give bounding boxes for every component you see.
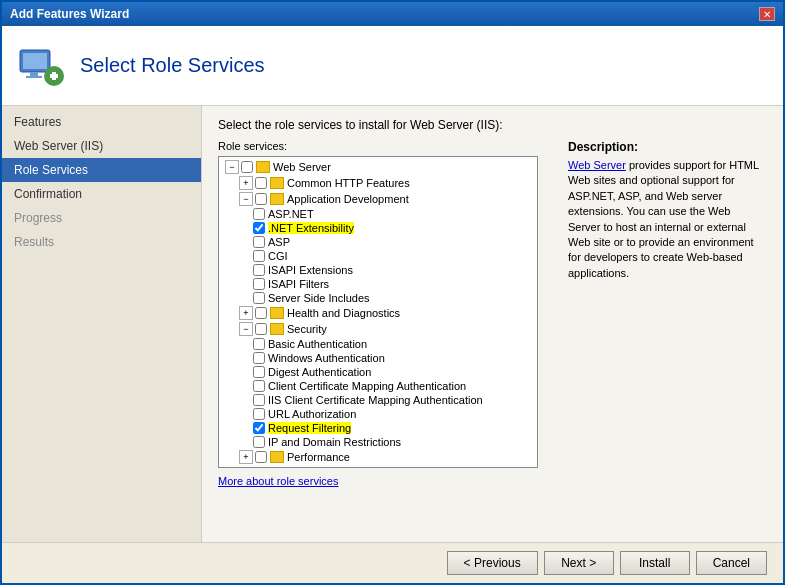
tree-item-request-filter: Request Filtering	[221, 421, 535, 435]
more-about-link[interactable]: More about role services	[218, 475, 338, 487]
checkbox-security[interactable]	[255, 323, 267, 335]
tree-item-performance: + Performance	[221, 449, 535, 465]
instruction-text: Select the role services to install for …	[218, 118, 767, 132]
checkbox-isapi-filter[interactable]	[253, 278, 265, 290]
tree-item-iis-client-cert: IIS Client Certificate Mapping Authentic…	[221, 393, 535, 407]
expander-security[interactable]: −	[239, 322, 253, 336]
checkbox-net-ext[interactable]	[253, 222, 265, 234]
title-bar: Add Features Wizard ✕	[2, 2, 783, 26]
tree-item-net-ext: .NET Extensibility	[221, 221, 535, 235]
label-performance: Performance	[287, 451, 350, 463]
tree-item-security: − Security	[221, 321, 535, 337]
checkbox-basic-auth[interactable]	[253, 338, 265, 350]
tree-item-health-diag: + Health and Diagnostics	[221, 305, 535, 321]
checkbox-asp-net[interactable]	[253, 208, 265, 220]
close-button[interactable]: ✕	[759, 7, 775, 21]
checkbox-iis-client-cert[interactable]	[253, 394, 265, 406]
label-request-filter: Request Filtering	[268, 422, 351, 434]
main-area: Features Web Server (IIS) Role Services …	[2, 106, 783, 542]
label-asp: ASP	[268, 236, 290, 248]
tree-item-asp-net: ASP.NET	[221, 207, 535, 221]
label-server-side: Server Side Includes	[268, 292, 370, 304]
tree-item-isapi-ext: ISAPI Extensions	[221, 263, 535, 277]
content-area: Select the role services to install for …	[202, 106, 783, 542]
label-security: Security	[287, 323, 327, 335]
label-app-dev: Application Development	[287, 193, 409, 205]
tree-item-common-http: + Common HTTP Features	[221, 175, 535, 191]
checkbox-cgi[interactable]	[253, 250, 265, 262]
tree-item-server-side: Server Side Includes	[221, 291, 535, 305]
install-button[interactable]: Install	[620, 551, 690, 575]
page-title: Select Role Services	[80, 54, 265, 77]
expander-app-dev[interactable]: −	[239, 192, 253, 206]
add-features-wizard: Add Features Wizard ✕ Select Role Servic…	[0, 0, 785, 585]
window-title: Add Features Wizard	[10, 7, 129, 21]
svg-rect-1	[23, 53, 47, 69]
label-health-diag: Health and Diagnostics	[287, 307, 400, 319]
svg-rect-2	[30, 72, 38, 76]
sidebar-item-results: Results	[2, 230, 201, 254]
expander-common-http[interactable]: +	[239, 176, 253, 190]
checkbox-app-dev[interactable]	[255, 193, 267, 205]
label-common-http: Common HTTP Features	[287, 177, 410, 189]
tree-item-asp: ASP	[221, 235, 535, 249]
tree-item-isapi-filter: ISAPI Filters	[221, 277, 535, 291]
wizard-icon	[18, 42, 66, 90]
label-ip-domain: IP and Domain Restrictions	[268, 436, 401, 448]
expander-performance[interactable]: +	[239, 450, 253, 464]
label-isapi-ext: ISAPI Extensions	[268, 264, 353, 276]
description-body: provides support for HTML Web sites and …	[568, 159, 759, 279]
previous-button[interactable]: < Previous	[447, 551, 538, 575]
label-cgi: CGI	[268, 250, 288, 262]
tree-item-basic-auth: Basic Authentication	[221, 337, 535, 351]
sidebar-item-role-services[interactable]: Role Services	[2, 158, 201, 182]
tree-panel: − Web Server + Common HTTP Features	[218, 156, 538, 468]
label-basic-auth: Basic Authentication	[268, 338, 367, 350]
role-services-area: Role services: − Web Server +	[218, 140, 767, 530]
sidebar-item-confirmation[interactable]: Confirmation	[2, 182, 201, 206]
tree-item-url-auth: URL Authorization	[221, 407, 535, 421]
tree-item-client-cert: Client Certificate Mapping Authenticatio…	[221, 379, 535, 393]
tree-item-app-dev: − Application Development	[221, 191, 535, 207]
checkbox-request-filter[interactable]	[253, 422, 265, 434]
checkbox-windows-auth[interactable]	[253, 352, 265, 364]
label-url-auth: URL Authorization	[268, 408, 356, 420]
tree-item-web-server: − Web Server	[221, 159, 535, 175]
expander-web-server[interactable]: −	[225, 160, 239, 174]
svg-rect-6	[52, 72, 56, 80]
label-digest-auth: Digest Authentication	[268, 366, 371, 378]
checkbox-ip-domain[interactable]	[253, 436, 265, 448]
next-button[interactable]: Next >	[544, 551, 614, 575]
checkbox-client-cert[interactable]	[253, 380, 265, 392]
checkbox-asp[interactable]	[253, 236, 265, 248]
sidebar-item-features[interactable]: Features	[2, 110, 201, 134]
label-windows-auth: Windows Authentication	[268, 352, 385, 364]
cancel-button[interactable]: Cancel	[696, 551, 767, 575]
checkbox-web-server[interactable]	[241, 161, 253, 173]
label-iis-client-cert: IIS Client Certificate Mapping Authentic…	[268, 394, 483, 406]
description-link[interactable]: Web Server	[568, 159, 626, 171]
checkbox-common-http[interactable]	[255, 177, 267, 189]
sidebar-item-progress: Progress	[2, 206, 201, 230]
checkbox-server-side[interactable]	[253, 292, 265, 304]
checkbox-url-auth[interactable]	[253, 408, 265, 420]
description-text: Web Server provides support for HTML Web…	[568, 158, 759, 281]
label-asp-net: ASP.NET	[268, 208, 314, 220]
bottom-bar: < Previous Next > Install Cancel	[2, 542, 783, 583]
sidebar: Features Web Server (IIS) Role Services …	[2, 106, 202, 542]
more-link-area: More about role services	[218, 474, 548, 488]
checkbox-health-diag[interactable]	[255, 307, 267, 319]
checkbox-digest-auth[interactable]	[253, 366, 265, 378]
role-services-label: Role services:	[218, 140, 548, 152]
label-isapi-filter: ISAPI Filters	[268, 278, 329, 290]
svg-rect-3	[26, 76, 42, 78]
tree-item-digest-auth: Digest Authentication	[221, 365, 535, 379]
description-label: Description:	[568, 140, 759, 154]
description-panel: Description: Web Server provides support…	[560, 140, 767, 530]
sidebar-item-web-server[interactable]: Web Server (IIS)	[2, 134, 201, 158]
checkbox-performance[interactable]	[255, 451, 267, 463]
label-net-ext: .NET Extensibility	[268, 222, 354, 234]
checkbox-isapi-ext[interactable]	[253, 264, 265, 276]
expander-health-diag[interactable]: +	[239, 306, 253, 320]
tree-item-cgi: CGI	[221, 249, 535, 263]
